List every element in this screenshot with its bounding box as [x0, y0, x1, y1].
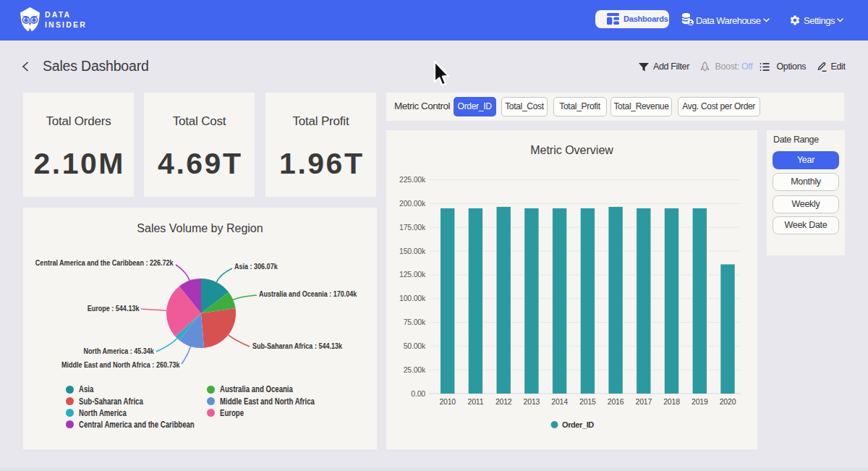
svg-text:0.00: 0.00: [411, 389, 425, 398]
svg-text:2019: 2019: [692, 397, 708, 406]
svg-text:125.00k: 125.00k: [399, 270, 426, 279]
svg-text:2017: 2017: [636, 397, 652, 406]
svg-text:Order_ID: Order_ID: [562, 420, 594, 429]
svg-text:2020: 2020: [720, 397, 736, 406]
svg-text:2010: 2010: [439, 397, 456, 406]
svg-text:25.00k: 25.00k: [404, 365, 426, 374]
svg-text:50.00k: 50.00k: [404, 341, 426, 350]
svg-text:2014: 2014: [551, 397, 568, 406]
svg-text:75.00k: 75.00k: [404, 318, 426, 326]
svg-text:200.00k: 200.00k: [399, 199, 426, 208]
svg-text:175.00k: 175.00k: [399, 223, 426, 232]
svg-text:2013: 2013: [524, 397, 540, 406]
svg-text:2015: 2015: [579, 397, 596, 406]
svg-text:2012: 2012: [495, 397, 512, 406]
svg-text:150.00k: 150.00k: [399, 247, 426, 255]
svg-text:225.00k: 225.00k: [399, 175, 426, 184]
svg-text:2016: 2016: [608, 397, 624, 406]
svg-text:100.00k: 100.00k: [399, 294, 426, 302]
svg-text:2011: 2011: [468, 397, 484, 406]
svg-text:2018: 2018: [663, 397, 680, 406]
